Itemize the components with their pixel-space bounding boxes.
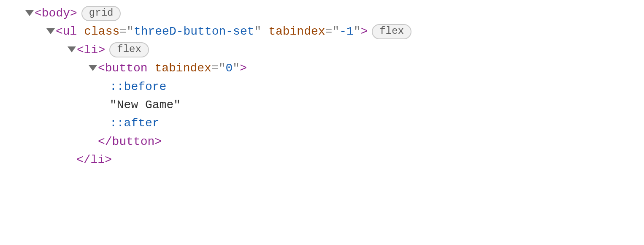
space [261,22,268,41]
expand-arrow-icon[interactable] [46,28,55,34]
pseudo-before: ::before [110,78,166,96]
attr-name-class: class [84,22,119,41]
dom-tree-row[interactable]: <body>grid [0,4,644,22]
dom-tree-row[interactable]: ::after [0,114,644,132]
dom-tree-row[interactable]: ::before [0,78,644,96]
dom-tree-row[interactable]: "New Game" [0,96,644,114]
dom-tree-row[interactable]: </button> [0,133,644,151]
quote: " [127,22,134,41]
quote: " [354,22,361,41]
tag-open-bracket: < [98,59,105,77]
tag-close-bracket: > [70,4,77,22]
quote: " [219,59,226,77]
tag-open-bracket: < [77,41,84,59]
tag-name-button: button [105,59,148,77]
equals: = [211,59,219,77]
tag-open-bracket: < [35,4,42,22]
attr-name-tabindex: tabindex [154,59,211,77]
dom-tree-row[interactable]: </li> [0,151,644,169]
equals: = [325,22,333,41]
tag-name-body: body [42,4,70,22]
tag-name-li: li [84,41,98,59]
layout-badge-flex[interactable]: flex [372,24,411,39]
expand-arrow-icon[interactable] [89,65,97,71]
closing-tag-li: </li> [76,151,112,169]
tag-name-ul: ul [63,22,77,41]
dom-tree-row[interactable]: <ul class="threeD-button-set" tabindex="… [0,22,644,41]
tag-close-bracket: > [240,59,247,77]
text-node: "New Game" [110,96,181,114]
dom-tree-row[interactable]: <button tabindex="0"> [0,59,644,77]
attr-value-tabindex: 0 [226,59,233,77]
expand-arrow-icon[interactable] [68,46,76,52]
space [148,59,155,77]
expand-arrow-icon[interactable] [25,10,34,16]
layout-badge-grid[interactable]: grid [81,6,121,21]
attr-value-tabindex: -1 [339,22,354,41]
attr-value-class: threeD-button-set [134,22,254,41]
dom-tree-row[interactable]: <li>flex [0,41,644,59]
layout-badge-flex[interactable]: flex [109,42,149,57]
space [77,22,84,41]
quote: " [254,22,262,41]
closing-tag-button: </button> [98,133,162,151]
quote: " [332,22,339,41]
quote: " [233,59,240,77]
equals: = [119,22,127,41]
tag-open-bracket: < [56,22,63,41]
tag-close-bracket: > [361,22,368,41]
pseudo-after: ::after [110,114,160,132]
tag-close-bracket: > [98,41,105,59]
attr-name-tabindex: tabindex [268,22,325,41]
